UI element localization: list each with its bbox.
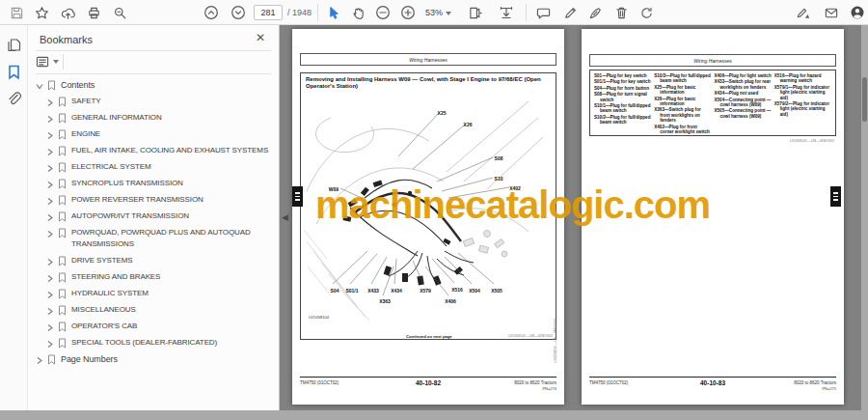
account-icon[interactable] <box>849 4 866 21</box>
chevron-icon[interactable] <box>46 115 54 124</box>
bookmark-item[interactable]: SAFETY <box>36 96 273 107</box>
bookmark-item[interactable]: STEERING AND BRAKES <box>36 271 273 283</box>
scrollbar-thumb[interactable] <box>862 77 867 122</box>
chevron-down-icon <box>53 60 59 64</box>
chevron-icon[interactable] <box>46 213 54 222</box>
chevron-icon[interactable] <box>46 340 54 349</box>
bookmark-item[interactable]: POWER REVERSER TRANSMISSION <box>36 194 273 206</box>
figure-callout-label: X516 <box>451 287 463 293</box>
favorite-star-icon[interactable] <box>33 4 50 21</box>
vertical-scrollbar[interactable] <box>861 25 868 410</box>
page-down-icon[interactable] <box>230 4 247 21</box>
bookmark-ribbon-icon <box>58 322 67 332</box>
page-fit-icon[interactable] <box>467 4 484 21</box>
zoom-in-icon[interactable] <box>399 4 417 21</box>
close-icon[interactable]: ✕ <box>256 31 265 44</box>
horizontal-scrollbar[interactable] <box>0 410 868 420</box>
highlighter-pen-icon[interactable] <box>561 4 579 21</box>
comment-icon[interactable] <box>534 4 552 21</box>
select-cursor-icon[interactable] <box>325 4 342 21</box>
bookmark-item[interactable]: SYNCROPLUS TRANSMISSION <box>36 178 273 189</box>
rotate-icon[interactable] <box>637 4 655 21</box>
legend-entry: X505—Connecting point — cowl harness (W0… <box>715 108 772 119</box>
bookmark-label: POWRQUAD, POWRQUAD PLUS AND AUTOQUAD TRA… <box>71 227 260 250</box>
legend-entry: X579/1—Plug for indicator light (electri… <box>774 85 831 100</box>
bookmark-item[interactable]: POWRQUAD, POWRQUAD PLUS AND AUTOQUAD TRA… <box>36 227 273 250</box>
signature-pen-icon[interactable] <box>586 4 604 21</box>
left-nav-rail <box>0 25 27 410</box>
chevron-icon[interactable] <box>46 307 54 316</box>
chevron-icon[interactable] <box>46 98 54 107</box>
page-up-icon[interactable] <box>203 4 220 21</box>
previous-page-arrow-icon[interactable]: ◀ <box>282 212 288 222</box>
bookmark-ribbon-icon <box>58 305 67 316</box>
figure-callout-label: X579 <box>420 288 431 294</box>
chevron-icon[interactable] <box>36 83 44 91</box>
zoom-level-dropdown[interactable]: 53% <box>425 8 451 17</box>
page-thumbnails-icon[interactable] <box>6 37 22 53</box>
email-icon[interactable] <box>823 4 840 21</box>
bookmark-label: OPERATOR'S CAB <box>71 321 137 332</box>
chevron-icon[interactable] <box>46 164 54 173</box>
attachments-icon[interactable] <box>6 91 22 107</box>
watermark: machinecatalogic.com <box>315 183 710 227</box>
figure-callout-label: X505 <box>491 288 502 294</box>
legend-entry: X433—Switch plug for rear worklights on … <box>715 79 772 90</box>
search-icon[interactable] <box>111 4 128 21</box>
bookmark-label: POWER REVERSER TRANSMISSION <box>71 194 203 206</box>
footer-model-range: 8020 to 8620 Tractors <box>794 380 836 385</box>
chevron-icon[interactable] <box>46 230 54 238</box>
chevron-icon[interactable] <box>36 356 43 365</box>
top-toolbar: 281 / 1948 53% <box>0 0 868 25</box>
legend-entry: S01—Plug for key switch <box>594 73 651 78</box>
zoom-out-icon[interactable] <box>374 4 392 21</box>
chevron-icon[interactable] <box>46 258 54 266</box>
chevron-icon[interactable] <box>46 291 54 299</box>
bookmarks-icon[interactable] <box>6 64 22 80</box>
scroll-mode-icon[interactable] <box>498 4 515 21</box>
save-icon[interactable] <box>8 4 25 21</box>
page-footer: TM4750 (01OCT02) 40-10-83 8020 to 8620 T… <box>589 377 836 396</box>
bookmark-item[interactable]: Contents <box>36 79 273 91</box>
chevron-icon[interactable] <box>46 181 54 189</box>
bookmark-item[interactable]: ENGINE <box>36 128 273 140</box>
footer-pn: PN=274 <box>542 386 556 391</box>
footer-model-range: 8020 to 8620 Tractors <box>514 380 556 385</box>
zoom-level-value: 53% <box>425 8 443 17</box>
footer-pn: PN=275 <box>822 386 836 391</box>
bookmark-item[interactable]: FUEL, AIR INTAKE, COOLING AND EXHAUST SY… <box>36 145 273 156</box>
bookmark-ribbon-icon <box>58 228 67 238</box>
share-upload-icon[interactable] <box>59 4 76 21</box>
delete-trash-icon[interactable] <box>612 4 630 21</box>
bookmark-item[interactable]: OPERATOR'S CAB <box>36 321 273 332</box>
bookmark-ribbon-icon <box>58 113 67 124</box>
left-page-edge-tab[interactable] <box>292 186 303 207</box>
bookmark-label: SPECIAL TOOLS (DEALER-FABRICATED) <box>71 337 217 349</box>
bookmark-item[interactable]: SPECIAL TOOLS (DEALER-FABRICATED) <box>36 337 273 349</box>
bookmark-item[interactable]: MISCELLANEOUS <box>36 304 273 316</box>
bookmark-ribbon-icon <box>47 80 56 91</box>
fill-and-sign-icon[interactable] <box>795 4 812 21</box>
bookmark-item[interactable]: GENERAL INFORMATION <box>36 112 273 124</box>
bookmark-item[interactable]: DRIVE SYSTEMS <box>36 255 273 266</box>
bookmark-item[interactable]: AUTOPOWR/IVT TRANSMISSION <box>36 210 273 222</box>
bookmark-options-button[interactable] <box>36 54 59 70</box>
print-icon[interactable] <box>85 4 102 21</box>
page-number-input[interactable]: 281 <box>254 5 283 20</box>
chevron-icon[interactable] <box>46 131 54 140</box>
chevron-icon[interactable] <box>46 323 54 332</box>
hand-pan-icon[interactable] <box>349 4 366 21</box>
bookmark-item[interactable]: ELECTRICAL SYSTEM <box>36 161 273 173</box>
bookmark-item[interactable]: Page Numbers <box>36 353 273 365</box>
legend-entry: S01/1—Plug for key switch <box>594 79 651 84</box>
figure-title: Removing and Installing Harness W09 — Co… <box>306 76 549 90</box>
figure-callout-label: X406 <box>445 298 456 304</box>
right-page-edge-tab[interactable] <box>830 186 841 207</box>
chevron-icon[interactable] <box>46 148 54 156</box>
chevron-icon[interactable] <box>46 197 54 206</box>
bookmark-ribbon-icon <box>58 97 67 107</box>
legend-entry: X363—Switch plug for front worklights on… <box>654 107 711 123</box>
bookmark-item[interactable]: HYDRAULIC SYSTEM <box>36 288 273 299</box>
chevron-icon[interactable] <box>46 274 54 283</box>
bookmark-label: STEERING AND BRAKES <box>71 271 160 283</box>
